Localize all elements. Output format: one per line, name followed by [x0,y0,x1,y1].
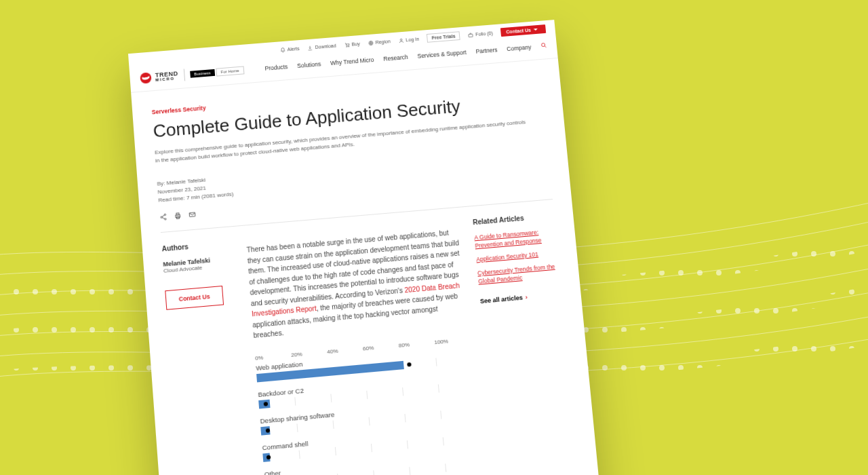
download-link[interactable]: Download [307,43,336,50]
brand-bottom: MICRO [155,77,178,82]
tick-80: 80% [398,339,434,349]
nav-services[interactable]: Services & Support [417,49,467,60]
cart-icon [344,42,350,48]
breach-vector-chart: 0% 20% 40% 60% 80% 100% Web applicationB… [255,339,446,475]
print-icon[interactable] [174,210,182,223]
intro-paragraph: There has been a notable surge in the us… [246,227,467,341]
folio-label: Folio (0) [475,31,493,37]
article-page: Alerts Download Buy Region Log In Free T… [128,20,604,475]
region-link[interactable]: Region [368,39,391,46]
share-icon[interactable] [159,211,168,224]
user-icon [398,37,404,43]
login-link[interactable]: Log In [398,36,419,43]
tick-100: 100% [434,338,448,345]
see-all-articles[interactable]: See all articles › [480,291,562,305]
svg-point-2 [348,46,349,47]
cta-label: Contact Us [506,28,531,35]
bell-icon [279,47,285,53]
contact-us-cta[interactable]: Contact Us [500,24,546,37]
related-list: A Guide to Ransomware: Prevention and Re… [474,227,560,286]
contact-us-button[interactable]: Contact Us [165,286,224,310]
chevron-down-icon [534,28,538,31]
tick-20: 20% [291,349,328,358]
tick-40: 40% [327,345,363,355]
svg-point-10 [541,43,545,46]
folio-link[interactable]: Folio (0) [468,31,493,38]
nav-company[interactable]: Company [507,43,532,52]
related-link-2[interactable]: Cybersecurity Trends from the Global Pan… [477,263,560,286]
svg-rect-15 [176,213,179,215]
alerts-link[interactable]: Alerts [279,46,300,53]
nav-why[interactable]: Why Trend Micro [330,56,374,66]
chevron-right-icon: › [525,294,528,301]
mail-icon[interactable] [188,208,197,221]
tick-60: 60% [363,342,399,352]
buy-label: Buy [351,41,360,47]
related-link-0[interactable]: A Guide to Ransomware: Prevention and Re… [474,227,557,250]
svg-point-13 [165,218,167,221]
brand-logo[interactable]: t TREND MICRO [139,69,178,84]
related-heading: Related Articles [473,212,555,226]
svg-point-4 [400,39,402,41]
svg-point-1 [346,46,347,47]
audience-business-button[interactable]: Business [190,69,215,78]
nav-partners[interactable]: Partners [475,46,498,54]
login-label: Log In [406,37,419,42]
tick-0: 0% [255,352,292,361]
alerts-label: Alerts [287,46,299,52]
nav-products[interactable]: Products [264,63,288,72]
trend-logo-icon: t [139,71,152,84]
globe-icon [368,40,374,46]
authors-heading: Authors [161,240,231,253]
nav-solutions[interactable]: Solutions [297,60,321,69]
nav-research[interactable]: Research [383,54,408,62]
free-trials-button[interactable]: Free Trials [427,31,460,43]
divider [183,69,184,81]
svg-rect-5 [469,34,473,37]
search-icon[interactable] [540,42,548,51]
related-link-1[interactable]: Application Security 101 [476,249,558,264]
chart-marker [407,362,412,366]
buy-link[interactable]: Buy [344,41,360,48]
briefcase-icon [468,32,474,37]
audience-home-button[interactable]: For Home [216,66,244,76]
download-icon [307,45,313,51]
region-label: Region [375,39,391,45]
download-label: Download [315,43,336,50]
see-all-label: See all articles [480,294,524,305]
